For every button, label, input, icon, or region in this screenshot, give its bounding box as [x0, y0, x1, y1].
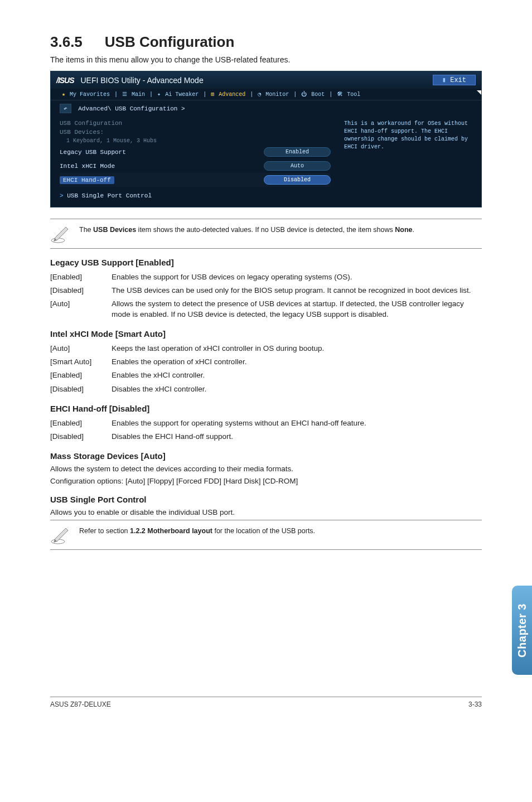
- opt-key: [Enabled]: [50, 417, 112, 430]
- tab-monitor[interactable]: Monitor: [265, 91, 289, 98]
- note-usb-ports-location: Refer to section 1.2.2 Motherboard layou…: [50, 520, 482, 550]
- opt-val: The USB devices can be used only for the…: [112, 284, 482, 297]
- tab-main[interactable]: Main: [132, 91, 145, 98]
- row-legacy-label: Legacy USB Support: [60, 149, 126, 156]
- monitor-icon: ◔: [258, 91, 261, 98]
- mass-line1: Allows the system to detect the devices …: [50, 464, 482, 474]
- usb-devices-label: USB Devices:: [60, 128, 331, 137]
- bios-screenshot: /ISUS UEFI BIOS Utility - Advanced Mode …: [50, 71, 482, 207]
- row-legacy-usb[interactable]: Legacy USB Support Enabled: [60, 145, 331, 159]
- bios-section-title: USB Configuration: [60, 119, 331, 128]
- heading-xhci-mode: Intel xHCI Mode [Smart Auto]: [50, 329, 482, 339]
- chapter-tab-label: Chapter 3: [516, 603, 529, 658]
- pencil-icon: [50, 525, 70, 545]
- table-xhci-mode: [Auto]Keeps the last operation of xHCI c…: [50, 342, 482, 396]
- boot-icon: ⏻: [301, 91, 307, 98]
- note-pre: The: [79, 226, 93, 234]
- footer-right: 3-33: [468, 700, 482, 708]
- tab-tool[interactable]: Tool: [347, 91, 360, 98]
- exit-label: Exit: [450, 76, 466, 84]
- table-row: [Disabled]Disables the xHCI controller.: [50, 383, 482, 396]
- table-row: [Disabled]Disables the EHCI Hand-off sup…: [50, 430, 482, 443]
- table-ehci-handoff: [Enabled]Enables the support for operati…: [50, 417, 482, 443]
- intro-text: The items in this menu allow you to chan…: [50, 55, 482, 64]
- pencil-icon: [50, 224, 70, 244]
- bios-title: UEFI BIOS Utility - Advanced Mode: [80, 76, 203, 85]
- corner-triangle-icon: [477, 90, 481, 95]
- opt-key: [Disabled]: [50, 383, 112, 396]
- section-number: 3.6.5: [50, 33, 83, 51]
- usb-devices-value: 1 Keyboard, 1 Mouse, 3 Hubs: [60, 137, 331, 145]
- note-bold: 1.2.2 Motherboard layout: [130, 527, 212, 535]
- note-post: .: [413, 226, 414, 234]
- opt-key: [Enabled]: [50, 270, 112, 284]
- note-text: The USB Devices item shows the auto-dete…: [79, 224, 482, 234]
- mass-line2: Configuration options: [Auto] [Floppy] […: [50, 476, 482, 486]
- opt-key: [Auto]: [50, 297, 112, 321]
- row-ehci-handoff[interactable]: EHCI Hand-off Disabled: [60, 173, 331, 187]
- opt-key: [Auto]: [50, 342, 112, 355]
- table-row: [Auto]Allows the system to detect the pr…: [50, 297, 482, 321]
- note-text: Refer to section 1.2.2 Motherboard layou…: [79, 525, 482, 535]
- opt-val: Enables the support for operating system…: [112, 417, 482, 430]
- heading-mass-storage: Mass Storage Devices [Auto]: [50, 451, 482, 461]
- opt-val: Allows the system to detect the presence…: [112, 297, 482, 321]
- row-legacy-value[interactable]: Enabled: [264, 147, 331, 157]
- page-footer: ASUS Z87-DELUXE 3-33: [50, 697, 482, 708]
- note-post: for the location of the USB ports.: [212, 527, 315, 535]
- row-xhci-mode[interactable]: Intel xHCI Mode Auto: [60, 159, 331, 173]
- link-usb-single-port[interactable]: USB Single Port Control: [60, 187, 331, 199]
- row-ehci-label: EHCI Hand-off: [60, 176, 114, 184]
- table-row: [Enabled]Enables the support for USB dev…: [50, 270, 482, 284]
- note-bold2: None: [395, 226, 412, 234]
- asus-logo: /ISUS: [56, 76, 74, 85]
- opt-val: Disables the EHCI Hand-off support.: [112, 430, 482, 443]
- table-row: [Enabled]Enables the support for operati…: [50, 417, 482, 430]
- note-usb-devices: The USB Devices item shows the auto-dete…: [50, 219, 482, 249]
- list-icon: ☰: [122, 91, 127, 98]
- tool-icon: 🛠: [337, 91, 342, 98]
- note-pre: Refer to section: [79, 527, 130, 535]
- opt-key: [Disabled]: [50, 430, 112, 443]
- row-ehci-value[interactable]: Disabled: [264, 175, 331, 185]
- opt-key: [Disabled]: [50, 284, 112, 297]
- note-mid: item shows the auto-detected values. If …: [136, 226, 395, 234]
- exit-icon: ▮: [442, 76, 446, 84]
- ai-icon: ✦: [157, 91, 161, 98]
- note-bold1: USB Devices: [93, 226, 136, 234]
- table-row: [Disabled]The USB devices can be used on…: [50, 284, 482, 297]
- opt-key: [Enabled]: [50, 369, 112, 382]
- table-row: [Enabled]Enables the xHCI controller.: [50, 369, 482, 382]
- breadcrumb: Advanced\ USB Configuration >: [78, 105, 185, 112]
- opt-key: [Smart Auto]: [50, 355, 112, 369]
- heading-single-port: USB Single Port Control: [50, 495, 482, 504]
- row-xhci-label: Intel xHCI Mode: [60, 163, 115, 170]
- bios-tab-bar: ★ My Favorites | ☰ Main | ✦ Ai Tweaker |…: [51, 89, 481, 100]
- advanced-icon: ⊞: [211, 91, 214, 98]
- opt-val: Enables the operation of xHCI controller…: [112, 355, 482, 369]
- section-title: USB Configuration: [105, 33, 235, 51]
- table-row: [Auto]Keeps the last operation of xHCI c…: [50, 342, 482, 355]
- tab-boot[interactable]: Boot: [311, 91, 325, 98]
- back-button[interactable]: ↶: [60, 104, 71, 113]
- star-icon: ★: [62, 91, 65, 98]
- chapter-tab: Chapter 3: [512, 586, 532, 675]
- opt-val: Disables the xHCI controller.: [112, 383, 482, 396]
- bios-help-panel: This is a workaround for OSes without EH…: [344, 119, 472, 199]
- row-xhci-value[interactable]: Auto: [264, 161, 331, 171]
- opt-val: Keeps the last operation of xHCI control…: [112, 342, 482, 355]
- heading-legacy-usb: Legacy USB Support [Enabled]: [50, 258, 482, 267]
- tab-ai-tweaker[interactable]: Ai Tweaker: [165, 91, 199, 98]
- opt-val: Enables the xHCI controller.: [112, 369, 482, 382]
- tab-advanced[interactable]: Advanced: [219, 91, 245, 98]
- table-row: [Smart Auto]Enables the operation of xHC…: [50, 355, 482, 369]
- heading-ehci-handoff: EHCI Hand-off [Disabled]: [50, 404, 482, 413]
- table-legacy-usb: [Enabled]Enables the support for USB dev…: [50, 270, 482, 321]
- footer-left: ASUS Z87-DELUXE: [50, 700, 111, 708]
- exit-button[interactable]: ▮ Exit: [433, 75, 476, 85]
- single-port-line: Allows you to enable or disable the indi…: [50, 508, 482, 518]
- tab-favorites[interactable]: My Favorites: [70, 91, 110, 98]
- opt-val: Enables the support for USB devices on l…: [112, 270, 482, 284]
